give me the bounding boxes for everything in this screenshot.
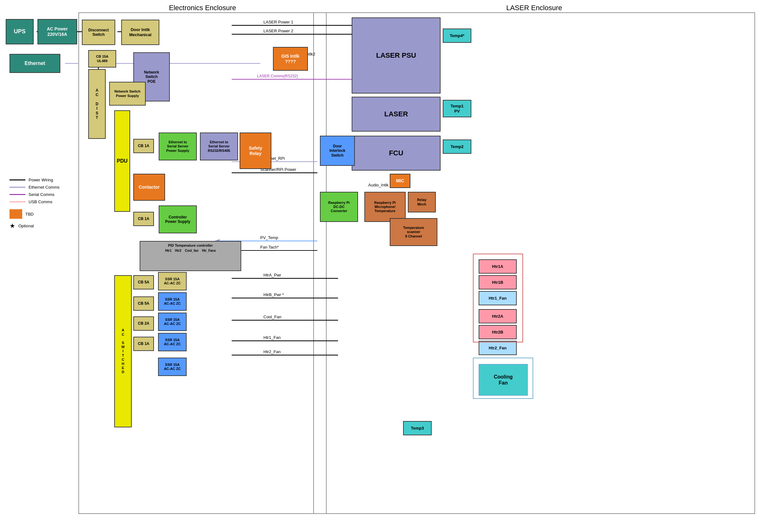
rpi-mic-temp-block: Raspberry PiMicrophone/Temperature <box>364 192 406 222</box>
htr1-fan-label: Htr1_Fan <box>264 335 281 340</box>
audio-intlk-label: Audio_Intlk <box>368 183 389 187</box>
cb1a-top-block: CB 1A <box>133 139 154 153</box>
relay-mech-block: RelayMech <box>408 192 436 212</box>
temp-scanner-block: Temperaturescanner8 Channel <box>390 218 437 246</box>
fcu-block: FCU <box>352 136 440 171</box>
cb15a-block: CB 15AUL489 <box>88 50 116 68</box>
ssr5-block: SSR 15AAC-AC ZC <box>158 358 186 376</box>
legend-serial: Serial Comms <box>10 192 60 197</box>
temp3-block: Temp3 <box>403 421 432 435</box>
htra-pwr-label: HtrA_Pwr <box>264 273 281 277</box>
legend-ethernet: Ethernet Comms <box>10 185 60 190</box>
controller-ps-block: ControllerPower Supply <box>159 205 197 233</box>
ssr1-block: SSR 15AAC-AC ZC <box>158 272 186 290</box>
ns-power-supply-block: Network SwitchPower Supply <box>109 82 146 106</box>
eth-serial-ps-block: Ethernet toSerial ServerPower Supply <box>159 133 197 160</box>
temp4-block: Temp4* <box>443 29 471 43</box>
ssr4-block: SSR 15AAC-AC ZC <box>158 333 186 351</box>
htrb-pwr-label: HtrB_Pwr * <box>264 292 284 297</box>
cb2a-block: CB 2A <box>133 316 154 331</box>
ssr2-block: SSR 15AAC-AC ZC <box>158 292 186 311</box>
htr2fan-block: Htr2_Fan <box>479 341 517 355</box>
ac-power-block: AC Power220V/16A <box>37 19 77 44</box>
legend-power: Power Wiring <box>10 178 60 182</box>
cb1a-mid-block: CB 1A <box>133 212 154 226</box>
mic-block: MIC <box>390 174 410 188</box>
laser-psu-block: LASER PSU <box>352 17 440 94</box>
laser-power-1-label: LASER Power 1 <box>264 20 293 24</box>
laser-power-2-label: LASER Power 2 <box>264 29 293 33</box>
ups-block: UPS <box>6 19 34 44</box>
cool-fan-label: Cool_Fan <box>264 315 281 319</box>
laser-comms-label: LASER Comms(RS232) <box>257 74 298 78</box>
pid-controller-block: PID Temperature controller Htr1 Htr2 Coo… <box>140 241 241 271</box>
ac-dist-block: AC DIST <box>88 69 106 139</box>
heater-group <box>473 254 523 342</box>
contactor-block: Contactor <box>133 174 165 201</box>
fan-tach-label: Fan Tach* <box>260 245 279 250</box>
eth-serial-rs-block: Ethernet toSerial ServerRS232/RS485 <box>200 133 238 160</box>
rpi-dc-block: Raspberry PiDC-DCConverter <box>320 192 358 222</box>
door-intlk-block: Door IntlkMechanical <box>121 20 159 45</box>
legend: Power Wiring Ethernet Comms Serial Comms… <box>10 178 60 232</box>
pv-temp-label: PV_Temp <box>260 235 278 240</box>
temp1-block: Temp1PV <box>443 100 471 117</box>
ac-switched-block: AC SWITCHED <box>114 275 132 427</box>
cooling-fan-group <box>473 358 533 399</box>
cb5a-1-block: CB 5A <box>133 275 154 289</box>
htr2-fan-label: Htr2_Fan <box>264 349 281 354</box>
disconnect-switch-block: DisconnectSwitch <box>82 20 115 45</box>
laser-enclosure-label: LASER Enclosure <box>506 4 562 12</box>
cb5a-2-block: CB 5A <box>133 296 154 311</box>
laser-block: LASER <box>352 97 440 132</box>
safety-relay-block: SafetyRelay <box>240 133 271 169</box>
pdu-block: PDU <box>114 110 130 212</box>
diagram: Electronics Enclosure LASER Enclosure LA… <box>0 0 770 532</box>
legend-usb: USB Comms <box>10 199 60 204</box>
door-interlock-switch-block: DoorInterlockSwitch <box>320 136 355 166</box>
legend-optional: ★ Optional <box>10 222 60 230</box>
electronics-enclosure-label: Electronics Enclosure <box>169 4 236 12</box>
gis-intlk-block: GIS Intlk???? <box>273 47 308 71</box>
ethernet-block: Ethernet <box>10 54 60 73</box>
cb1a-bot-block: CB 1A <box>133 337 154 351</box>
legend-tbd: TBD <box>10 209 60 219</box>
ssr3-block: SSR 15AAC-AC ZC <box>158 313 186 331</box>
temp2-block: Temp2 <box>443 139 471 154</box>
